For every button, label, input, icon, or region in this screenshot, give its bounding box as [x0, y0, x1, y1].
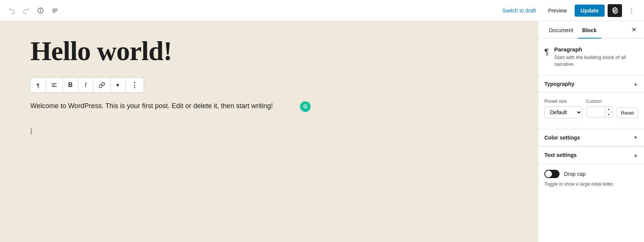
sidebar: Document Block ✕ ¶ Paragraph Start with …: [538, 21, 644, 242]
drop-cap-label: Drop cap: [564, 171, 586, 177]
cursor-area[interactable]: |: [30, 127, 508, 135]
post-content[interactable]: Welcome to WordPress. This is your first…: [30, 100, 295, 112]
typography-chevron-up-icon: ▲: [633, 81, 638, 87]
top-toolbar: Switch to draft Preview Update: [0, 0, 644, 21]
toolbar-right: Switch to draft Preview Update: [498, 4, 638, 17]
custom-label: Custom: [586, 99, 613, 104]
undo-button[interactable]: [6, 5, 17, 16]
typography-label: Typography: [544, 81, 574, 87]
sidebar-tabs: Document Block ✕: [538, 21, 644, 39]
block-name: Paragraph: [554, 46, 638, 53]
more-options-button[interactable]: [625, 5, 638, 16]
text-settings-chevron-up-icon: ▲: [633, 152, 638, 158]
spinner-up-button[interactable]: ▲: [605, 107, 613, 112]
text-settings-section: Text settings ▲ Drop cap Toggle to show …: [538, 147, 644, 194]
toggle-knob: [545, 171, 552, 177]
italic-button[interactable]: I: [78, 78, 94, 92]
color-settings-header[interactable]: Color settings ▼: [538, 129, 644, 146]
reset-button[interactable]: Reset: [617, 107, 638, 118]
close-icon: ✕: [631, 26, 636, 33]
sidebar-tabs-left: Document Block: [544, 21, 601, 38]
block-details: Paragraph Start with the building block …: [554, 46, 638, 68]
block-toolbar: ¶ B I ▾ ⋮: [30, 78, 144, 93]
more-rich-options-button[interactable]: ▾: [111, 78, 126, 92]
block-options-button[interactable]: ⋮: [126, 78, 144, 92]
svg-point-2: [41, 9, 41, 9]
preview-button[interactable]: Preview: [544, 5, 572, 16]
drop-cap-toggle[interactable]: [544, 170, 560, 178]
tab-block[interactable]: Block: [578, 21, 601, 39]
svg-point-6: [614, 9, 616, 11]
text-settings-label: Text settings: [544, 152, 577, 158]
text-cursor-icon: |: [30, 127, 32, 135]
custom-size-input-wrap: ▲ ▼: [586, 106, 613, 118]
block-info: ¶ Paragraph Start with the building bloc…: [538, 39, 644, 76]
close-sidebar-button[interactable]: ✕: [630, 25, 638, 35]
tab-document[interactable]: Document: [544, 21, 578, 39]
typography-section-content: Preset size Default Custom ▲ ▼: [538, 93, 644, 129]
spinner-down-button[interactable]: ▼: [605, 112, 613, 118]
main-area: Hello world! ¶ B I ▾ ⋮ Welcome to WordPr…: [0, 21, 644, 242]
preset-custom-row: Preset size Default Custom ▲ ▼: [544, 99, 638, 118]
info-button[interactable]: [35, 5, 46, 16]
preset-size-label: Preset size: [544, 99, 582, 104]
custom-size-input[interactable]: [586, 107, 605, 117]
text-settings-header[interactable]: Text settings ▲: [538, 147, 644, 164]
paragraph-icon: ¶: [544, 47, 549, 57]
block-description: Start with the building block of all nar…: [554, 54, 638, 68]
redo-button[interactable]: [20, 5, 32, 16]
typography-section-header[interactable]: Typography ▲: [538, 76, 644, 93]
color-settings-section: Color settings ▼: [538, 129, 644, 147]
custom-col: Custom ▲ ▼: [586, 99, 613, 118]
grammarly-badge: G: [300, 101, 311, 112]
svg-point-7: [631, 8, 632, 9]
preset-size-select[interactable]: Default: [544, 106, 582, 118]
post-title[interactable]: Hello world!: [30, 36, 508, 66]
editor-area[interactable]: Hello world! ¶ B I ▾ ⋮ Welcome to WordPr…: [0, 21, 538, 242]
link-button[interactable]: [94, 78, 111, 92]
switch-to-draft-button[interactable]: Switch to draft: [498, 5, 541, 16]
text-settings-content: Drop cap Toggle to show a large initial …: [538, 164, 644, 194]
preset-col: Preset size Default: [544, 99, 582, 118]
color-settings-chevron-down-icon: ▼: [633, 135, 638, 140]
list-view-button[interactable]: [49, 5, 61, 16]
post-content-text: Welcome to WordPress. This is your first…: [30, 102, 273, 110]
toolbar-left: [6, 5, 61, 16]
svg-point-8: [631, 10, 632, 11]
settings-button[interactable]: [608, 4, 622, 17]
drop-cap-description: Toggle to show a large initial letter.: [544, 181, 638, 188]
reset-col: Reset: [617, 99, 638, 118]
number-spinners: ▲ ▼: [605, 107, 613, 117]
bold-button[interactable]: B: [63, 78, 78, 92]
color-settings-label: Color settings: [544, 135, 580, 141]
update-button[interactable]: Update: [575, 5, 605, 17]
drop-cap-row: Drop cap: [544, 170, 638, 178]
svg-point-9: [631, 12, 632, 13]
text-align-button[interactable]: [46, 78, 63, 92]
paragraph-align-button[interactable]: ¶: [31, 78, 46, 92]
